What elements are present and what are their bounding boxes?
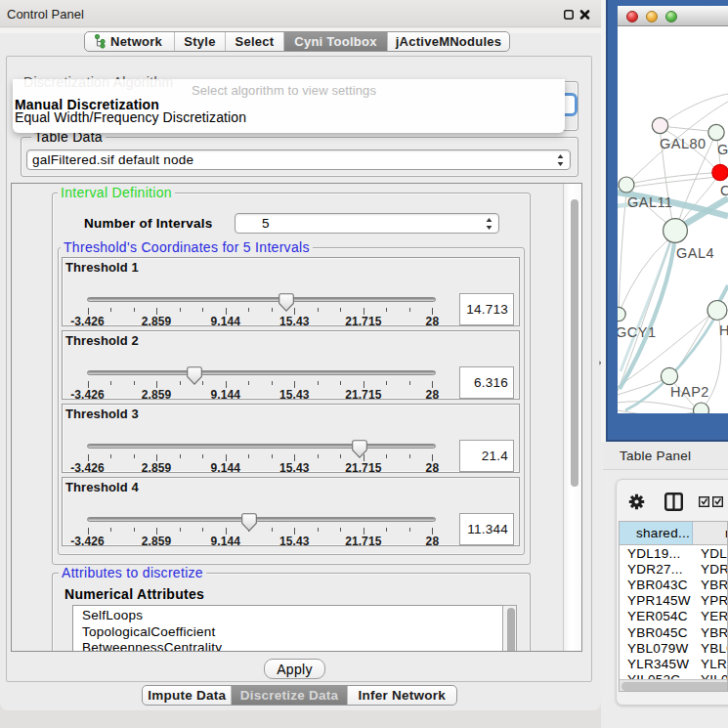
svg-text:GAL80: GAL80 — [660, 136, 707, 151]
svg-text:GCY1: GCY1 — [618, 324, 657, 340]
svg-text:HAP2: HAP2 — [670, 384, 709, 400]
svg-text:H: H — [719, 322, 728, 338]
svg-text:GAL11: GAL11 — [627, 194, 673, 210]
svg-text:GA: GA — [717, 142, 728, 157]
svg-text:GAL4: GAL4 — [676, 245, 714, 261]
svg-text:C: C — [720, 183, 728, 198]
